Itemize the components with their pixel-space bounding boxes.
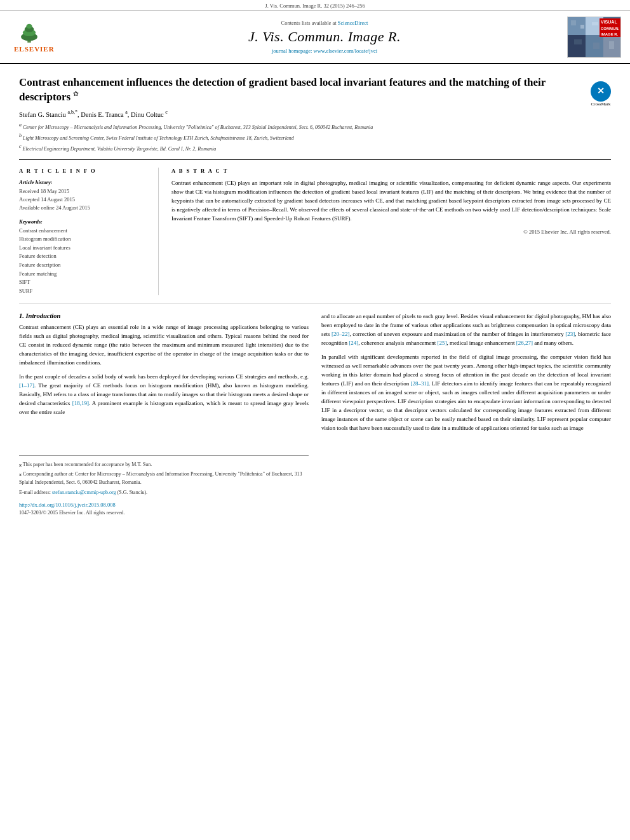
svg-rect-13: [580, 25, 584, 29]
svg-rect-18: [609, 41, 614, 49]
keywords-title: Keywords:: [19, 218, 149, 225]
svg-rect-14: [592, 22, 598, 25]
journal-header: ELSEVIER Contents lists available at Sci…: [0, 11, 630, 64]
article-history-title: Article history:: [19, 179, 149, 185]
svg-text:IMAGE R.: IMAGE R.: [601, 32, 619, 36]
journal-title-area: Contents lists available at ScienceDirec…: [90, 20, 559, 54]
intro-paragraph-3: and to allocate an equal number of pixel…: [321, 312, 611, 348]
footer-notes: ⁎ This paper has been recommended for ac…: [19, 455, 309, 518]
crossmark-badge[interactable]: ✕: [591, 81, 611, 102]
journal-cover-image: VISUAL COMMUN. IMAGE R.: [568, 17, 621, 58]
footnote-2: ⁎ Corresponding author at: Center for Mi…: [19, 470, 309, 487]
body-left-column: 1. Introduction Contrast enhancement (CE…: [19, 312, 309, 517]
svg-rect-9: [568, 35, 586, 58]
email-note: E-mail address: stefan.stanciu@cmmip-upb…: [19, 489, 309, 497]
abstract-text: Contrast enhancement (CE) plays an impor…: [171, 179, 611, 223]
publisher-logo-area: ELSEVIER: [8, 20, 84, 55]
ref-24[interactable]: [24]: [349, 340, 358, 346]
elsevier-logo: ELSEVIER: [14, 20, 77, 55]
article-authors: Stefan G. Stanciu a,b,*, Denis E. Tranca…: [19, 109, 611, 118]
affiliation-c: c Electrical Engineering Department, Val…: [19, 143, 611, 153]
keyword-6: Feature matching: [19, 270, 149, 279]
section1-heading: 1. Introduction: [19, 312, 309, 319]
visual-image-box: VISUAL COMMUN. IMAGE R.: [567, 17, 621, 58]
ref-23[interactable]: [23]: [565, 331, 575, 337]
keyword-2: Histogram modification: [19, 235, 149, 244]
info-abstract-section: A R T I C L E I N F O Article history: R…: [19, 160, 611, 303]
accepted-date: Accepted 14 August 2015: [19, 196, 149, 204]
doi-link[interactable]: http://dx.doi.org/10.1016/j.jvcir.2015.0…: [19, 501, 309, 510]
elsevier-text: ELSEVIER: [14, 45, 55, 53]
journal-image-area: VISUAL COMMUN. IMAGE R.: [565, 15, 622, 59]
body-right-column: and to allocate an equal number of pixel…: [321, 312, 611, 517]
ref-28-31[interactable]: [28–31]: [411, 380, 429, 387]
keyword-1: Contrast enhancement: [19, 227, 149, 236]
keyword-5: Feature description: [19, 261, 149, 270]
journal-reference-bar: J. Vis. Commun. Image R. 32 (2015) 246–2…: [0, 0, 630, 11]
copyright-line: © 2015 Elsevier Inc. All rights reserved…: [171, 229, 611, 235]
affiliation-a: a Center for Microscopy – Microanalysis …: [19, 121, 611, 131]
affiliation-b: b Light Microscopy and Screening Center,…: [19, 132, 611, 142]
intro-paragraph-2: In the past couple of decades a solid bo…: [19, 373, 309, 417]
ref-20-22[interactable]: [20–22]: [332, 331, 350, 337]
author-email[interactable]: stefan.stanciu@cmmip-upb.org: [52, 490, 116, 495]
intro-paragraph-1: Contrast enhancement (CE) plays an essen…: [19, 323, 309, 368]
ref-25[interactable]: [25]: [437, 340, 446, 346]
elsevier-tree-icon: [14, 22, 44, 44]
journal-title: J. Vis. Commun. Image R.: [90, 29, 559, 45]
abstract-heading: A B S T R A C T: [171, 168, 611, 174]
ref-1-17[interactable]: [1–17]: [19, 382, 34, 389]
keyword-3: Local invariant features: [19, 244, 149, 253]
journal-reference: J. Vis. Commun. Image R. 32 (2015) 246–2…: [265, 3, 365, 9]
svg-rect-12: [571, 20, 576, 25]
ref-26-27[interactable]: [26,27]: [516, 340, 533, 346]
title-footnote-marker: ✩: [73, 90, 78, 97]
abstract-column: A B S T R A C T Contrast enhancement (CE…: [171, 168, 611, 295]
intro-paragraph-4: In parallel with significant development…: [321, 353, 611, 432]
keywords-section: Keywords: Contrast enhancement Histogram…: [19, 218, 149, 296]
footer-area: ⁎ This paper has been recommended for ac…: [19, 455, 309, 518]
svg-rect-16: [574, 39, 582, 44]
affiliations: a Center for Microscopy – Microanalysis …: [19, 121, 611, 152]
keyword-7: SIFT: [19, 278, 149, 287]
article-info-column: A R T I C L E I N F O Article history: R…: [19, 168, 159, 295]
footnote-1: ⁎ This paper has been recommended for ac…: [19, 461, 309, 469]
svg-text:VISUAL: VISUAL: [601, 20, 617, 24]
article-title-section: Contrast enhancement influences the dete…: [19, 64, 611, 160]
received-date: Received 18 May 2015: [19, 187, 149, 196]
article-title: Contrast enhancement influences the dete…: [19, 76, 584, 104]
keyword-8: SURF: [19, 287, 149, 296]
body-section: 1. Introduction Contrast enhancement (CE…: [19, 303, 611, 526]
svg-text:COMMUN.: COMMUN.: [601, 27, 620, 30]
available-date: Available online 24 August 2015: [19, 204, 149, 212]
homepage-link[interactable]: www.elsevier.com/locate/jvci: [314, 48, 377, 54]
sciencedirect-link[interactable]: ScienceDirect: [338, 20, 368, 26]
svg-point-4: [26, 23, 32, 28]
main-content: Contrast enhancement influences the dete…: [0, 64, 630, 526]
ref-18-19[interactable]: [18,19]: [72, 400, 89, 406]
journal-homepage: journal homepage: www.elsevier.com/locat…: [90, 48, 559, 54]
svg-rect-17: [593, 43, 600, 49]
sciencedirect-line: Contents lists available at ScienceDirec…: [90, 20, 559, 26]
article-info-heading: A R T I C L E I N F O: [19, 168, 149, 174]
keyword-4: Feature detection: [19, 252, 149, 261]
rights-statement: 1047-3203/© 2015 Elsevier Inc. All right…: [19, 509, 309, 517]
